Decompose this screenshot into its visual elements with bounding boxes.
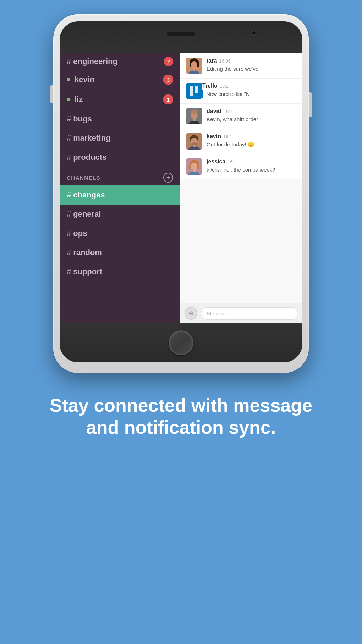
message-kevin[interactable]: kevin 16:1 Out for de today! 🙂 xyxy=(180,129,302,154)
message-input[interactable]: Message xyxy=(201,307,298,320)
sender-name: tara xyxy=(207,58,217,64)
hash-icon: # xyxy=(67,248,71,257)
dm-name-liz: liz xyxy=(75,95,163,104)
channels-header: CHANNELS + xyxy=(60,168,180,185)
dm-badge-liz: 1 xyxy=(163,94,173,104)
hash-icon: # xyxy=(67,114,71,124)
hash-icon: # xyxy=(67,229,71,238)
sender-name: kevin xyxy=(207,133,221,140)
hash-icon: # xyxy=(67,190,71,200)
hash-icon: # xyxy=(67,210,71,219)
message-jessica[interactable]: jessica 16: @channel: the compa week? xyxy=(180,154,302,179)
message-header: tara 16:05 xyxy=(207,58,297,64)
avatar-kevin xyxy=(186,133,202,150)
message-content-tara: tara 16:05 Editing the sure we've xyxy=(207,58,297,72)
attach-button[interactable]: ⊕ xyxy=(185,307,197,320)
message-placeholder: Message xyxy=(207,310,229,316)
sidebar-item-kevin[interactable]: kevin 3 xyxy=(60,70,180,90)
camera xyxy=(251,31,256,36)
avatar-david xyxy=(186,108,202,124)
message-timestamp: 16:05 xyxy=(219,58,231,64)
message-content-trello: Trello 16:1 New card to list "N xyxy=(202,83,297,98)
message-body: Out for de today! 🙂 xyxy=(207,141,297,148)
hash-icon: # xyxy=(67,57,71,66)
trello-col-left xyxy=(190,86,193,96)
svg-point-17 xyxy=(191,142,197,145)
channel-label-products: products xyxy=(73,153,106,162)
sidebar-item-support[interactable]: # support xyxy=(60,262,180,281)
add-channel-button[interactable]: + xyxy=(163,173,173,183)
channel-label-changes: changes xyxy=(73,190,105,200)
tagline-line2: and notification sync. xyxy=(86,417,276,438)
message-header: Trello 16:1 xyxy=(202,83,297,89)
message-trello[interactable]: Trello 16:1 New card to list "N xyxy=(180,79,302,104)
message-body: Kevin, wha shirt order xyxy=(207,115,297,123)
channel-label-marketing: marketing xyxy=(73,134,110,143)
svg-rect-24 xyxy=(197,165,199,169)
message-header: david 16:1 xyxy=(207,108,297,114)
sidebar: # engineering 2 kevin 3 liz 1 # xyxy=(60,53,180,323)
message-content-kevin: kevin 16:1 Out for de today! 🙂 xyxy=(207,133,297,148)
chat-input-bar: ⊕ Message xyxy=(180,303,302,323)
messages-list: tara 16:05 Editing the sure we've xyxy=(180,53,302,303)
tagline-line1: Stay connected with message xyxy=(50,395,312,416)
trello-border-indicator: New card to list "N xyxy=(202,90,297,98)
phone-shell: # engineering 2 kevin 3 liz 1 # xyxy=(53,14,309,373)
home-button[interactable] xyxy=(169,330,193,355)
svg-rect-4 xyxy=(193,69,195,71)
bottom-tagline: Stay connected with message and notifica… xyxy=(28,373,334,460)
attach-icon: ⊕ xyxy=(188,309,194,317)
hash-icon: # xyxy=(67,134,71,143)
svg-point-20 xyxy=(191,163,198,170)
svg-point-11 xyxy=(191,110,198,114)
svg-rect-23 xyxy=(189,165,191,169)
avatar-jessica xyxy=(186,158,202,175)
online-indicator xyxy=(67,98,70,101)
channel-label-ops: ops xyxy=(73,229,87,238)
message-content-david: david 16:1 Kevin, wha shirt order xyxy=(207,108,297,123)
avatar-trello xyxy=(186,83,202,99)
sender-name: david xyxy=(207,108,221,114)
message-body: @channel: the compa week? xyxy=(207,166,297,173)
chat-panel: tara 16:05 Editing the sure we've xyxy=(180,53,302,323)
dm-name-kevin: kevin xyxy=(75,75,163,84)
svg-rect-5 xyxy=(190,63,191,67)
svg-rect-10 xyxy=(193,119,196,121)
svg-rect-6 xyxy=(197,63,199,67)
speaker xyxy=(167,32,195,36)
message-header: jessica 16: xyxy=(207,158,297,165)
avatar-tara xyxy=(186,58,202,74)
sidebar-item-bugs[interactable]: # bugs xyxy=(60,109,180,129)
message-timestamp: 16: xyxy=(227,159,234,164)
power-button xyxy=(309,92,312,117)
sidebar-item-liz[interactable]: liz 1 xyxy=(60,90,180,109)
bottom-bezel xyxy=(60,323,302,362)
message-tara[interactable]: tara 16:05 Editing the sure we've xyxy=(180,53,302,79)
channel-label-support: support xyxy=(73,267,102,276)
hash-icon: # xyxy=(67,153,71,162)
sidebar-item-products[interactable]: # products xyxy=(60,148,180,167)
message-header: kevin 16:1 xyxy=(207,133,297,140)
message-body: New card to list "N xyxy=(206,90,297,98)
channel-label-bugs: bugs xyxy=(73,114,92,124)
dm-badge-kevin: 3 xyxy=(163,75,173,85)
message-content-jessica: jessica 16: @channel: the compa week? xyxy=(207,158,297,173)
message-timestamp: 16:1 xyxy=(223,134,232,139)
sidebar-item-random[interactable]: # random xyxy=(60,243,180,262)
hash-icon: # xyxy=(67,267,71,276)
svg-point-2 xyxy=(191,61,198,69)
sender-name: jessica xyxy=(207,158,225,165)
engineering-label: engineering xyxy=(73,57,117,66)
volume-button xyxy=(50,85,53,103)
channel-label-general: general xyxy=(73,210,101,219)
sidebar-item-marketing[interactable]: # marketing xyxy=(60,129,180,148)
sidebar-item-engineering[interactable]: # engineering 2 xyxy=(60,53,180,70)
sidebar-item-general[interactable]: # general xyxy=(60,205,180,224)
phone-wrapper: # engineering 2 kevin 3 liz 1 # xyxy=(43,14,319,373)
sidebar-item-ops[interactable]: # ops xyxy=(60,224,180,243)
sidebar-item-changes[interactable]: # changes xyxy=(60,185,180,205)
sender-name: Trello xyxy=(202,83,218,89)
plus-icon: + xyxy=(166,174,170,182)
svg-rect-22 xyxy=(193,170,196,172)
message-david[interactable]: david 16:1 Kevin, wha shirt order xyxy=(180,104,302,129)
